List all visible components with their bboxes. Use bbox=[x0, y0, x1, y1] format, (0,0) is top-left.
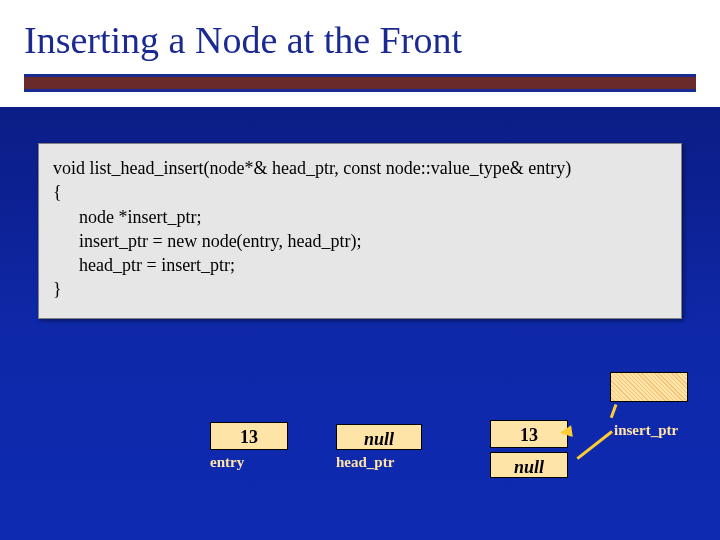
node-data-box: 13 bbox=[490, 420, 568, 448]
headptr-value-box: null bbox=[336, 424, 422, 450]
code-line: } bbox=[53, 277, 667, 301]
arrow-icon bbox=[610, 404, 618, 418]
code-line: head_ptr = insert_ptr; bbox=[53, 253, 667, 277]
node-link-box: null bbox=[490, 452, 568, 478]
insertptr-box bbox=[610, 372, 688, 402]
entry-value-box: 13 bbox=[210, 422, 288, 450]
arrow-icon bbox=[576, 430, 613, 459]
title-rule bbox=[24, 74, 696, 92]
insertptr-label: insert_ptr bbox=[614, 422, 678, 439]
code-line: { bbox=[53, 180, 667, 204]
code-block: void list_head_insert(node*& head_ptr, c… bbox=[38, 143, 682, 319]
code-line: node *insert_ptr; bbox=[53, 205, 667, 229]
slide-title: Inserting a Node at the Front bbox=[24, 18, 696, 62]
entry-label: entry bbox=[210, 454, 244, 471]
code-line: void list_head_insert(node*& head_ptr, c… bbox=[53, 156, 667, 180]
diagram: 13 entry null head_ptr 13 null insert_pt… bbox=[0, 370, 720, 530]
code-line: insert_ptr = new node(entry, head_ptr); bbox=[53, 229, 667, 253]
arrow-head-icon bbox=[559, 425, 573, 439]
headptr-label: head_ptr bbox=[336, 454, 394, 471]
title-area: Inserting a Node at the Front bbox=[0, 0, 720, 107]
